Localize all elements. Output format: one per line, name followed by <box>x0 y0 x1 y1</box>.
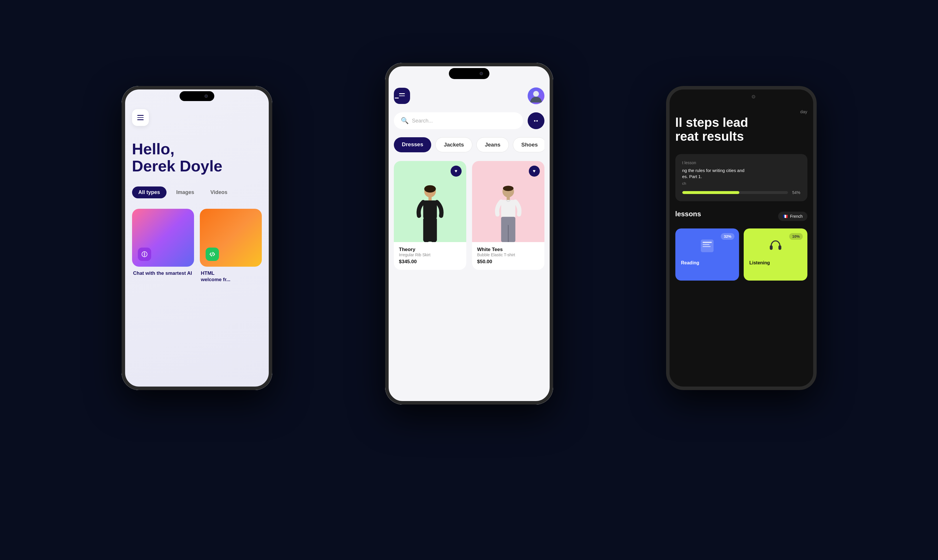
center-content: 🔍 Search... Dresses Jackets Jeans Shoes <box>385 63 553 405</box>
lessons-section-header: lessons 🇫🇷 French <box>675 210 807 223</box>
scene: Hello,Derek Doyle All types Images Video… <box>64 34 875 526</box>
svg-rect-21 <box>778 245 781 250</box>
svg-rect-16 <box>701 240 713 252</box>
svg-point-1 <box>530 97 542 103</box>
svg-rect-12 <box>506 197 510 201</box>
svg-rect-19 <box>703 246 710 247</box>
svg-rect-9 <box>431 234 436 242</box>
card-html-label: HTMLwelcome fr... <box>200 267 262 283</box>
products-grid: ♥ <box>394 161 544 270</box>
menu-line <box>395 98 399 98</box>
lesson-card[interactable]: t lesson ng the rules for writing cities… <box>675 154 807 201</box>
skill-card-listening[interactable]: 10% Listening <box>744 228 807 281</box>
cat-jeans[interactable]: Jeans <box>477 137 509 152</box>
language-flag: 🇫🇷 <box>783 214 788 218</box>
svg-point-4 <box>424 185 436 192</box>
skill-cards-grid: 32% Reading <box>675 228 807 281</box>
options-button[interactable] <box>527 112 544 129</box>
code-icon <box>206 248 219 261</box>
product-theory[interactable]: ♥ <box>394 161 466 270</box>
lesson-label: t lesson <box>682 160 800 165</box>
skill-listening-pct: 10% <box>789 233 803 240</box>
menu-line <box>399 93 405 94</box>
phone-center: 🔍 Search... Dresses Jackets Jeans Shoes <box>385 63 553 405</box>
camera-dot-left <box>205 94 208 98</box>
phone-left: Hello,Derek Doyle All types Images Video… <box>121 86 272 390</box>
search-input-wrap[interactable]: 🔍 Search... <box>394 112 523 129</box>
product-whitetees-brand: White Tees <box>477 247 539 252</box>
phone-right-screen: day ll steps leadreat results t lesson n… <box>666 86 817 390</box>
filter-tabs: All types Images Videos <box>132 186 262 198</box>
dynamic-island-right <box>721 91 762 102</box>
avatar[interactable] <box>527 88 544 104</box>
progress-bar-bg <box>682 191 788 194</box>
hamburger-line <box>137 117 144 118</box>
dot-1 <box>534 120 535 122</box>
card-html[interactable]: HTMLwelcome fr... <box>200 209 262 283</box>
product-whitetees[interactable]: ♥ <box>472 161 544 270</box>
lessons-section-title: lessons <box>675 210 701 218</box>
search-placeholder: Search... <box>412 118 433 124</box>
progress-percentage: 54% <box>792 190 800 195</box>
hamburger-line <box>137 119 144 120</box>
menu-button-center[interactable] <box>394 88 410 104</box>
search-icon: 🔍 <box>401 117 409 125</box>
svg-rect-8 <box>424 234 429 242</box>
skill-card-reading[interactable]: 32% Reading <box>675 228 739 281</box>
product-theory-brand: Theory <box>399 247 461 252</box>
heart-button-theory[interactable]: ♥ <box>451 166 461 177</box>
camera-dot-right <box>752 95 755 98</box>
lesson-title: ng the rules for writing cities andes. P… <box>682 168 800 180</box>
left-content: Hello,Derek Doyle All types Images Video… <box>121 86 272 390</box>
svg-rect-6 <box>423 200 437 219</box>
cat-jackets[interactable]: Jackets <box>435 137 472 152</box>
filter-tab-videos[interactable]: Videos <box>204 186 234 198</box>
skill-reading-pct: 32% <box>721 233 734 240</box>
svg-point-11 <box>503 186 513 191</box>
svg-rect-18 <box>703 244 709 245</box>
product-whitetees-image: ♥ <box>472 161 544 242</box>
card-chat-image <box>132 209 194 267</box>
filter-tab-images[interactable]: Images <box>170 186 201 198</box>
progress-bar-wrap: 54% <box>682 190 800 195</box>
card-chat-label: Chat with the smartest AI <box>132 267 194 277</box>
phone-right: day ll steps leadreat results t lesson n… <box>666 86 817 390</box>
svg-rect-5 <box>428 197 432 201</box>
adjust-icon <box>138 248 151 261</box>
categories-row: Dresses Jackets Jeans Shoes <box>394 137 544 152</box>
dot-2 <box>536 120 538 122</box>
skill-reading-name: Reading <box>681 260 733 266</box>
product-theory-price: $345.00 <box>399 259 461 265</box>
lesson-lang: ch <box>682 181 800 186</box>
headline-text: ll steps leadreat results <box>675 115 807 144</box>
product-whitetees-name: Bubble Elastic T-shirt <box>477 252 539 257</box>
language-name: French <box>790 214 803 218</box>
hamburger-button-left[interactable] <box>132 109 149 126</box>
cat-dresses[interactable]: Dresses <box>394 137 432 152</box>
product-whitetees-info: White Tees Bubble Elastic T-shirt $50.00 <box>472 242 544 270</box>
camera-dot-center <box>480 72 483 75</box>
heart-button-whitetees[interactable]: ♥ <box>529 166 540 177</box>
card-chat[interactable]: Chat with the smartest AI <box>132 209 194 283</box>
language-badge[interactable]: 🇫🇷 French <box>778 212 807 221</box>
dynamic-island-center <box>449 68 489 79</box>
skill-listening-name: Listening <box>749 260 801 266</box>
product-theory-image: ♥ <box>394 161 466 242</box>
product-theory-name: Irregular Rib Skirt <box>399 252 461 257</box>
product-theory-info: Theory Irregular Rib Skirt $345.00 <box>394 242 466 270</box>
svg-point-2 <box>533 91 539 97</box>
phone-left-screen: Hello,Derek Doyle All types Images Video… <box>121 86 272 390</box>
greeting-text: Hello,Derek Doyle <box>132 140 262 175</box>
menu-line <box>399 95 405 97</box>
center-topbar <box>394 85 544 104</box>
day-label: day <box>800 109 807 114</box>
svg-rect-13 <box>501 200 515 218</box>
progress-bar-fill <box>682 191 740 194</box>
svg-rect-20 <box>770 245 773 250</box>
right-content: day ll steps leadreat results t lesson n… <box>666 86 817 390</box>
card-html-image <box>200 209 262 267</box>
filter-tab-all-types[interactable]: All types <box>132 186 166 198</box>
cat-shoes[interactable]: Shoes <box>513 137 544 152</box>
svg-rect-17 <box>703 242 712 243</box>
phone-center-screen: 🔍 Search... Dresses Jackets Jeans Shoes <box>385 63 553 405</box>
